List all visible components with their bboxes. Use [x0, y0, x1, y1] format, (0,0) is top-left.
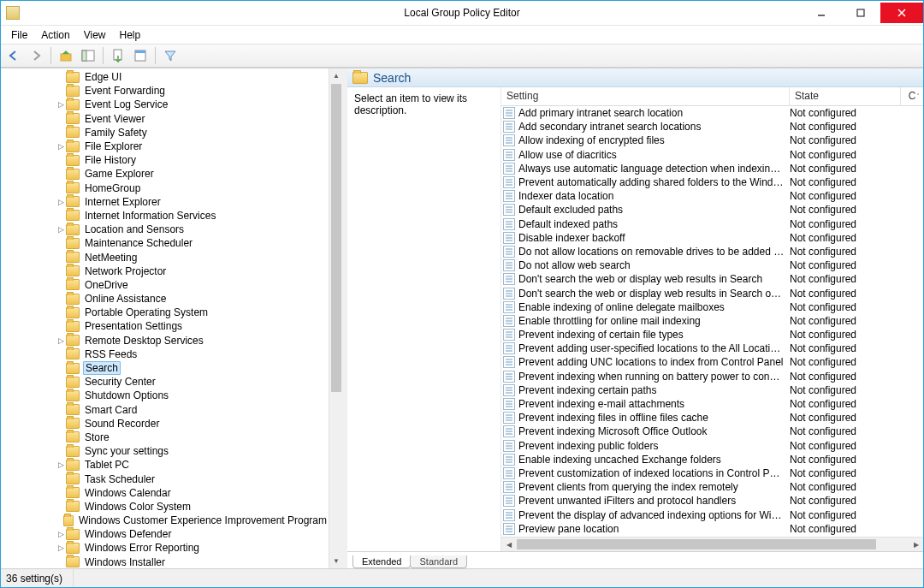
tree-item[interactable]: ▷Location and Sensors — [1, 223, 329, 236]
tree-item[interactable]: ▷RSS Feeds — [1, 347, 329, 361]
column-c[interactable]: C˄ — [901, 87, 923, 105]
tree-item[interactable]: ▷Windows Customer Experience Improvement… — [1, 514, 329, 527]
expander-icon[interactable]: ▷ — [56, 336, 66, 345]
setting-row[interactable]: Do not allow web searchNot configured — [501, 258, 923, 272]
setting-row[interactable]: Prevent adding UNC locations to index fr… — [501, 355, 923, 369]
expander-icon[interactable]: ▷ — [56, 460, 66, 469]
setting-row[interactable]: Prevent unwanted iFilters and protocol h… — [501, 494, 923, 508]
setting-row[interactable]: Always use automatic language detection … — [501, 162, 923, 175]
tree-item[interactable]: ▷Internet Information Services — [1, 209, 329, 223]
tree-item[interactable]: ▷Search — [1, 361, 329, 375]
maximize-button[interactable] — [841, 3, 880, 23]
tree-item[interactable]: ▷HomeGroup — [1, 181, 329, 195]
tab-standard[interactable]: Standard — [410, 555, 467, 568]
setting-row[interactable]: Don't search the web or display web resu… — [501, 286, 923, 300]
setting-row[interactable]: Prevent indexing files in offline files … — [501, 411, 923, 425]
menu-help[interactable]: Help — [113, 27, 148, 43]
properties-button[interactable] — [131, 46, 150, 65]
menu-file[interactable]: File — [4, 27, 34, 43]
setting-row[interactable]: Prevent indexing of certain file typesNo… — [501, 328, 923, 342]
tree-item[interactable]: ▷Tablet PC — [1, 458, 329, 472]
setting-row[interactable]: Enable indexing uncached Exchange folder… — [501, 453, 923, 466]
close-button[interactable] — [880, 3, 923, 23]
setting-row[interactable]: Allow indexing of encrypted filesNot con… — [501, 134, 923, 147]
tree-item[interactable]: ▷Family Safety — [1, 126, 329, 140]
setting-row[interactable]: Prevent indexing certain pathsNot config… — [501, 383, 923, 397]
setting-row[interactable]: Indexer data locationNot configured — [501, 189, 923, 203]
tree-item[interactable]: ▷Windows Color System — [1, 500, 329, 514]
list-hscrollbar[interactable]: ◀ ▶ — [501, 537, 923, 551]
up-button[interactable] — [56, 46, 75, 65]
tree-item[interactable]: ▷Network Projector — [1, 264, 329, 278]
tab-extended[interactable]: Extended — [352, 555, 411, 568]
setting-row[interactable]: Prevent adding user-specified locations … — [501, 342, 923, 355]
setting-row[interactable]: Enable indexing of online delegate mailb… — [501, 300, 923, 314]
hscroll-thumb[interactable] — [517, 539, 876, 549]
tree-item[interactable]: ▷Store — [1, 431, 329, 444]
tree-item[interactable]: ▷Internet Explorer — [1, 195, 329, 209]
setting-row[interactable]: Prevent customization of indexed locatio… — [501, 466, 923, 480]
setting-row[interactable]: Preview pane locationNot configured — [501, 522, 923, 536]
tree-item[interactable]: ▷Shutdown Options — [1, 389, 329, 402]
scroll-thumb[interactable] — [331, 84, 341, 392]
tree-item[interactable]: ▷Windows Error Reporting — [1, 541, 329, 555]
forward-button[interactable] — [27, 46, 45, 65]
titlebar[interactable]: Local Group Policy Editor — [1, 1, 923, 25]
tree-item[interactable]: ▷Task Scheduler — [1, 472, 329, 485]
tree-item[interactable]: ▷Event Viewer — [1, 112, 329, 126]
tree-scrollbar[interactable]: ▲ ▼ — [329, 68, 343, 568]
setting-row[interactable]: Disable indexer backoffNot configured — [501, 231, 923, 245]
scroll-left-icon[interactable]: ◀ — [501, 538, 516, 551]
setting-row[interactable]: Prevent indexing e-mail attachmentsNot c… — [501, 397, 923, 411]
setting-row[interactable]: Prevent the display of advanced indexing… — [501, 508, 923, 521]
tree-item[interactable]: ▷Game Explorer — [1, 167, 329, 181]
menu-view[interactable]: View — [77, 27, 113, 43]
expander-icon[interactable]: ▷ — [56, 100, 66, 109]
tree-item[interactable]: ▷Online Assistance — [1, 292, 329, 306]
tree-item[interactable]: ▷NetMeeting — [1, 250, 329, 264]
setting-row[interactable]: Do not allow locations on removable driv… — [501, 245, 923, 258]
setting-row[interactable]: Default indexed pathsNot configured — [501, 217, 923, 231]
setting-row[interactable]: Add secondary intranet search locationsN… — [501, 120, 923, 134]
expander-icon[interactable]: ▷ — [56, 543, 66, 552]
setting-row[interactable]: Add primary intranet search locationNot … — [501, 106, 923, 120]
setting-row[interactable]: Enable throttling for online mail indexi… — [501, 314, 923, 328]
tree-item[interactable]: ▷Remote Desktop Services — [1, 334, 329, 347]
tree-item[interactable]: ▷Event Forwarding — [1, 84, 329, 98]
scroll-down-icon[interactable]: ▼ — [329, 554, 343, 568]
tree-item[interactable]: ▷Presentation Settings — [1, 319, 329, 333]
setting-row[interactable]: Prevent automatically adding shared fold… — [501, 175, 923, 189]
column-setting[interactable]: Setting — [501, 87, 790, 105]
export-button[interactable] — [109, 46, 127, 65]
show-hide-tree-button[interactable] — [79, 46, 98, 65]
tree-item[interactable]: ▷Security Center — [1, 375, 329, 389]
tree-item[interactable]: ▷Windows Installer — [1, 555, 329, 568]
setting-row[interactable]: Allow use of diacriticsNot configured — [501, 148, 923, 162]
tree-item[interactable]: ▷Smart Card — [1, 403, 329, 417]
scroll-right-icon[interactable]: ▶ — [909, 538, 923, 551]
filter-button[interactable] — [161, 46, 180, 65]
setting-row[interactable]: Default excluded pathsNot configured — [501, 203, 923, 217]
setting-row[interactable]: Prevent indexing Microsoft Office Outloo… — [501, 425, 923, 438]
tree-item[interactable]: ▷Maintenance Scheduler — [1, 236, 329, 250]
column-state[interactable]: State — [790, 87, 901, 105]
expander-icon[interactable]: ▷ — [56, 225, 66, 234]
expander-icon[interactable]: ▷ — [56, 142, 66, 151]
tree-item[interactable]: ▷Portable Operating System — [1, 306, 329, 319]
setting-row[interactable]: Prevent clients from querying the index … — [501, 480, 923, 494]
scroll-up-icon[interactable]: ▲ — [329, 68, 343, 83]
tree-item[interactable]: ▷Sound Recorder — [1, 417, 329, 431]
setting-row[interactable]: Prevent indexing public foldersNot confi… — [501, 439, 923, 453]
tree-item[interactable]: ▷File Explorer — [1, 140, 329, 153]
tree-item[interactable]: ▷Windows Calendar — [1, 486, 329, 500]
tree-item[interactable]: ▷Event Log Service — [1, 98, 329, 111]
expander-icon[interactable]: ▷ — [56, 530, 66, 538]
tree-item[interactable]: ▷File History — [1, 153, 329, 167]
tree-item[interactable]: ▷Sync your settings — [1, 444, 329, 458]
menu-action[interactable]: Action — [34, 27, 76, 43]
tree-item[interactable]: ▷Windows Defender — [1, 527, 329, 541]
minimize-button[interactable] — [802, 3, 841, 23]
back-button[interactable] — [4, 46, 23, 65]
setting-row[interactable]: Don't search the web or display web resu… — [501, 272, 923, 286]
expander-icon[interactable]: ▷ — [56, 198, 66, 206]
